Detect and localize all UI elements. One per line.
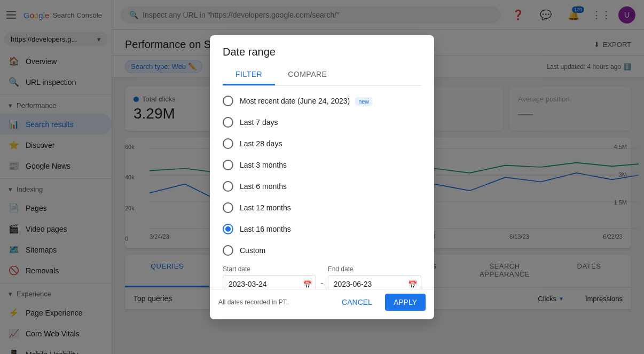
end-date-label: End date bbox=[328, 265, 421, 273]
apply-button[interactable]: APPLY bbox=[385, 294, 426, 311]
radio-circle bbox=[223, 117, 233, 128]
calendar-icon[interactable]: 📅 bbox=[408, 280, 417, 289]
modal-body: Most recent date (June 24, 2023) new Las… bbox=[210, 86, 434, 289]
radio-circle bbox=[223, 245, 233, 256]
radio-label: Custom bbox=[240, 246, 265, 255]
modal-header: Date range FILTER COMPARE bbox=[210, 35, 434, 86]
start-date-group: Start date 📅 bbox=[223, 265, 316, 289]
modal-footer: All dates recorded in PT. CANCEL APPLY bbox=[210, 289, 434, 319]
radio-label: Last 16 months bbox=[240, 225, 291, 233]
calendar-icon[interactable]: 📅 bbox=[303, 280, 312, 289]
cancel-button[interactable]: CANCEL bbox=[333, 294, 381, 311]
modal-tabs: FILTER COMPARE bbox=[223, 65, 421, 86]
radio-circle bbox=[223, 96, 233, 106]
radio-label: Last 3 months bbox=[240, 161, 287, 169]
start-date-input[interactable] bbox=[223, 275, 316, 289]
modal-actions: CANCEL APPLY bbox=[333, 294, 426, 311]
start-date-label: Start date bbox=[223, 265, 316, 273]
modal-title: Date range bbox=[223, 46, 421, 58]
radio-label: Last 12 months bbox=[240, 203, 291, 212]
radio-circle bbox=[223, 138, 233, 149]
date-inputs: Start date 📅 - End date 📅 bbox=[223, 261, 421, 289]
radio-option-last-16-months[interactable]: Last 16 months bbox=[223, 218, 421, 240]
radio-circle bbox=[223, 160, 233, 170]
radio-option-last-12-months[interactable]: Last 12 months bbox=[223, 197, 421, 218]
radio-option-last-3-months[interactable]: Last 3 months bbox=[223, 154, 421, 176]
radio-option-last-6-months[interactable]: Last 6 months bbox=[223, 176, 421, 197]
radio-label: Last 7 days bbox=[240, 118, 278, 127]
radio-circle bbox=[223, 202, 233, 213]
radio-option-last-7-days[interactable]: Last 7 days bbox=[223, 112, 421, 133]
date-range-modal: Date range FILTER COMPARE Most recent da… bbox=[210, 35, 434, 319]
radio-circle bbox=[223, 181, 233, 192]
modal-tab-compare[interactable]: COMPARE bbox=[275, 65, 340, 85]
radio-label: Most recent date (June 24, 2023) new bbox=[240, 97, 372, 105]
modal-overlay[interactable]: Date range FILTER COMPARE Most recent da… bbox=[0, 0, 644, 354]
radio-label: Last 28 days bbox=[240, 139, 282, 148]
radio-option-most-recent[interactable]: Most recent date (June 24, 2023) new bbox=[223, 90, 421, 112]
modal-tab-filter[interactable]: FILTER bbox=[223, 65, 275, 85]
radio-option-custom[interactable]: Custom bbox=[223, 240, 421, 261]
end-date-group: End date 📅 bbox=[328, 265, 421, 289]
end-date-input[interactable] bbox=[328, 275, 421, 289]
radio-option-last-28-days[interactable]: Last 28 days bbox=[223, 133, 421, 154]
radio-circle-selected bbox=[223, 224, 233, 234]
pt-note: All dates recorded in PT. bbox=[218, 298, 288, 306]
new-badge: new bbox=[355, 97, 372, 106]
date-separator: - bbox=[320, 278, 323, 289]
radio-label: Last 6 months bbox=[240, 182, 287, 191]
